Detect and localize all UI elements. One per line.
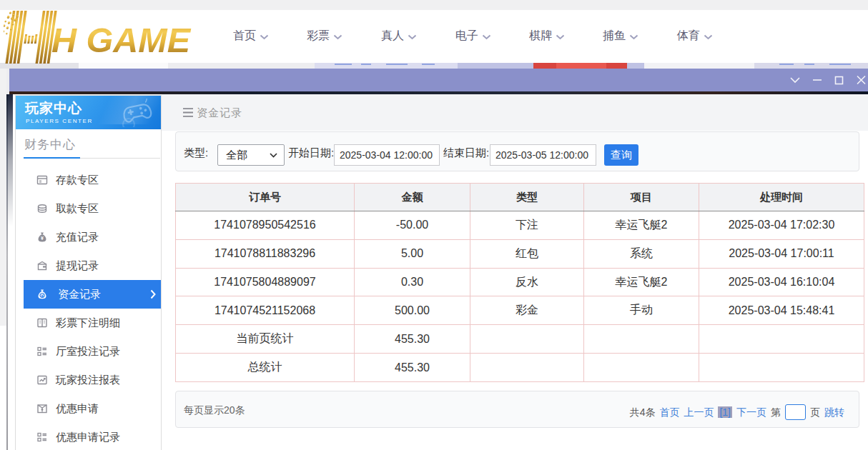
svg-text:¥: ¥ bbox=[41, 293, 44, 298]
svg-text:H GAME: H GAME bbox=[51, 21, 192, 59]
svg-text:¥: ¥ bbox=[41, 236, 44, 241]
